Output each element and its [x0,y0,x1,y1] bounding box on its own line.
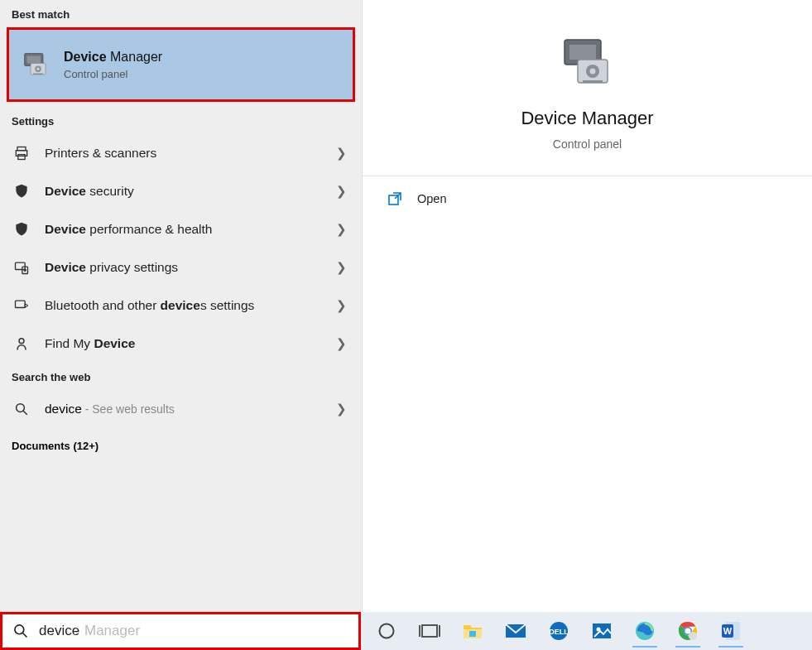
setting-label: Device privacy settings [45,260,336,275]
search-results-pane: Best match Device Manager Control panel … [0,0,363,612]
svg-rect-8 [18,155,25,160]
svg-rect-5 [33,74,43,75]
setting-item-4[interactable]: Bluetooth and other devices settings❯ [0,286,362,325]
mail-icon[interactable] [498,614,533,648]
word-icon[interactable]: W [714,614,748,648]
svg-point-11 [24,269,26,271]
svg-point-40 [685,628,691,634]
svg-point-4 [36,68,39,70]
svg-point-41 [689,632,697,640]
web-header: Search the web [0,363,362,390]
chevron-right-icon: ❯ [336,146,347,161]
open-action[interactable]: Open [363,176,812,221]
svg-line-15 [23,411,27,415]
chevron-right-icon: ❯ [336,184,347,199]
svg-line-25 [23,633,27,638]
chevron-right-icon: ❯ [336,298,347,313]
svg-rect-27 [422,625,437,637]
svg-rect-1 [27,56,41,64]
setting-item-2[interactable]: Device performance & health❯ [0,210,362,248]
shield-icon [12,219,31,239]
setting-label: Find My Device [45,336,336,351]
chrome-icon[interactable] [670,614,705,648]
open-label: Open [417,192,446,205]
chevron-right-icon: ❯ [336,260,347,275]
setting-label: Bluetooth and other devices settings [45,298,336,313]
svg-point-24 [15,625,24,634]
svg-rect-17 [569,45,596,60]
dell-icon[interactable]: DELL [541,614,576,648]
web-result[interactable]: device - See web results ❯ [0,390,362,428]
setting-label: Device performance & health [45,222,336,237]
file-explorer-icon[interactable] [455,614,490,648]
svg-rect-9 [16,262,26,269]
svg-point-13 [19,339,24,344]
setting-label: Device security [45,184,336,199]
search-input[interactable] [39,623,348,639]
printer-icon [12,143,31,163]
device-manager-icon [21,50,50,79]
chevron-right-icon: ❯ [336,402,347,416]
web-result-label: device - See web results [45,402,336,416]
svg-point-26 [380,624,394,638]
best-match-header: Best match [0,0,362,27]
setting-item-1[interactable]: Device security❯ [0,172,362,210]
setting-item-3[interactable]: Device privacy settings❯ [0,248,362,286]
svg-rect-21 [583,80,603,83]
search-icon [12,399,31,419]
find-icon [12,334,31,354]
svg-rect-31 [469,631,476,637]
cortana-icon[interactable] [369,614,404,648]
chevron-right-icon: ❯ [336,336,347,351]
device-manager-icon-large [558,33,617,93]
best-match-title: Device Manager [64,50,344,65]
open-icon [387,191,402,206]
photos-icon[interactable] [584,614,619,648]
detail-title: Device Manager [521,108,653,129]
best-match-subtitle: Control panel [64,68,344,80]
search-icon [12,623,29,639]
setting-label: Printers & scanners [45,146,336,161]
bluetooth-icon [12,296,31,315]
taskbar: DELL W [361,612,812,650]
edge-icon[interactable] [627,614,662,648]
detail-subtitle: Control panel [553,137,622,151]
settings-header: Settings [0,107,362,134]
best-match-result[interactable]: Device Manager Control panel [7,27,355,102]
svg-text:W: W [723,626,733,636]
documents-header: Documents (12+) [0,428,362,464]
setting-item-5[interactable]: Find My Device❯ [0,325,362,363]
svg-point-20 [589,69,595,75]
svg-point-14 [17,404,25,412]
detail-pane: Device Manager Control panel Open [363,0,812,612]
svg-text:DELL: DELL [549,628,569,636]
shield-icon [12,181,31,201]
privacy-icon [12,258,31,277]
search-bar[interactable]: Manager [0,612,361,650]
chevron-right-icon: ❯ [336,222,347,237]
svg-rect-12 [16,301,26,307]
taskview-icon[interactable] [412,614,447,648]
setting-item-0[interactable]: Printers & scanners❯ [0,134,362,172]
